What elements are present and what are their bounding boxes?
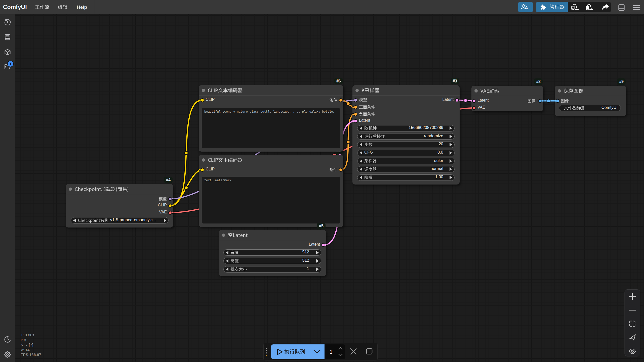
svg-text:1: 1 <box>10 62 12 66</box>
